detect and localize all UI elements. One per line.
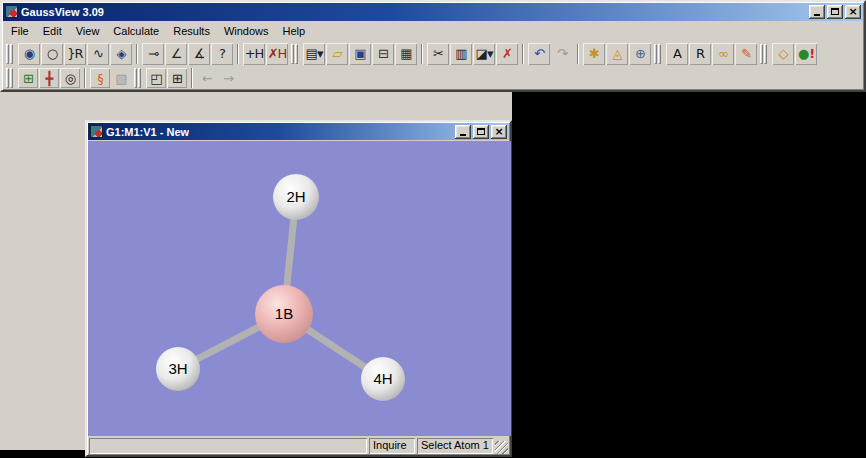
child-maximize-button[interactable] <box>473 125 489 139</box>
highlight-pen-button[interactable]: ✎ <box>735 43 757 65</box>
ring-fragment-button[interactable]: ○ <box>41 43 63 65</box>
toolbar-grip[interactable] <box>134 68 143 88</box>
menu-help[interactable]: Help <box>276 22 313 40</box>
symmetrize-button[interactable]: ◬ <box>606 43 628 65</box>
cut-button[interactable]: ✂ <box>427 43 449 65</box>
tile-windows-icon: ⊞ <box>172 72 182 85</box>
undo-button[interactable]: ↶ <box>528 43 550 65</box>
atom-labels-button[interactable]: A <box>666 43 688 65</box>
back-button[interactable]: ← <box>197 68 217 88</box>
redo-button[interactable]: ↷ <box>551 43 573 65</box>
vibrations-button[interactable]: § <box>90 68 110 88</box>
toolbar-grip[interactable] <box>654 44 663 64</box>
child-title-bar[interactable]: G1:M1:V1 - New × <box>88 123 509 140</box>
menu-edit[interactable]: Edit <box>36 22 69 40</box>
child-close-icon: × <box>494 126 503 137</box>
molecule-viewport[interactable]: 1B 2H 3H 4H <box>88 141 511 436</box>
grip-bar <box>10 44 13 64</box>
delete-button[interactable]: ✗ <box>496 43 518 65</box>
paste-button[interactable]: ◪▾ <box>473 43 495 65</box>
link-fragment-icon: ∿ <box>93 47 103 60</box>
main-title-bar[interactable]: GaussView 3.09 × <box>3 3 863 21</box>
menu-file[interactable]: File <box>4 22 36 40</box>
add-view-button[interactable]: ⊞ <box>18 68 38 88</box>
ring-fragment-icon: ○ <box>47 47 57 60</box>
highlight-pen-icon: ✎ <box>741 47 751 60</box>
child-window-title: G1:M1:V1 - New <box>106 126 189 138</box>
toolbar-separator <box>84 68 86 88</box>
toolbar-main: ◉○}R∿◈⊸∠∡?+H✗H▤▾▱▣⊟▦✂▥◪▾✗↶↷✱◬⊕AR∞✎◇●! <box>2 41 864 66</box>
inquire-tool-button[interactable]: ? <box>211 43 233 65</box>
desktop: GaussView 3.09 × File Edit View Calculat… <box>0 0 866 458</box>
tile-windows-button[interactable]: ⊞ <box>167 68 187 88</box>
menu-calculate[interactable]: Calculate <box>106 22 166 40</box>
rebond-button[interactable]: ⊕ <box>629 43 651 65</box>
atom-label-2H: 2H <box>286 188 305 205</box>
child-minimize-icon <box>460 134 466 136</box>
capture-icon: ▦ <box>400 47 411 60</box>
element-fragment-button[interactable]: ◉ <box>18 43 40 65</box>
clean-structure-icon: ✱ <box>589 47 599 60</box>
rebond-icon: ⊕ <box>635 47 645 60</box>
undo-icon: ↶ <box>534 47 544 60</box>
menu-results[interactable]: Results <box>166 22 217 40</box>
maximize-button[interactable] <box>827 5 843 19</box>
add-valence-tool-button[interactable]: +H <box>243 43 265 65</box>
molecule-window: G1:M1:V1 - New × <box>85 120 512 457</box>
toolbar-grip[interactable] <box>291 44 300 64</box>
cascade-windows-button[interactable]: ◰ <box>146 68 166 88</box>
spectra-button[interactable]: ▧ <box>111 68 131 88</box>
forward-button[interactable]: → <box>218 68 238 88</box>
dihedral-tool-icon: ∡ <box>194 47 205 60</box>
toolbar-grip[interactable] <box>760 44 769 64</box>
minimize-button[interactable] <box>809 5 825 19</box>
toolbar-separator <box>577 44 579 64</box>
open-file-button[interactable]: ▱ <box>326 43 348 65</box>
vibrations-icon: § <box>97 72 103 85</box>
rgroup-fragment-button[interactable]: }R <box>64 43 86 65</box>
forward-icon: → <box>223 72 233 85</box>
view-options-icon: ◎ <box>65 72 75 85</box>
toolbar-separator <box>421 44 423 64</box>
close-button[interactable]: × <box>845 5 861 19</box>
child-close-button[interactable]: × <box>491 125 507 139</box>
resize-grip[interactable] <box>495 441 508 454</box>
save-file-button[interactable]: ▣ <box>349 43 371 65</box>
results-labels-button[interactable]: R <box>689 43 711 65</box>
display-format-button[interactable]: ◇ <box>772 43 794 65</box>
grip-bar <box>138 68 141 88</box>
child-window-controls: × <box>455 125 507 139</box>
toolbar-grip[interactable] <box>6 44 15 64</box>
toolbar-separator <box>522 44 524 64</box>
toolbar-grip[interactable] <box>6 68 15 88</box>
molecule-view[interactable]: 1B 2H 3H 4H <box>88 141 511 436</box>
menu-windows[interactable]: Windows <box>217 22 276 40</box>
add-valence-tool-icon: +H <box>245 47 264 60</box>
molecule-window-icon[interactable] <box>90 125 103 138</box>
bond-tool-button[interactable]: ⊸ <box>142 43 164 65</box>
child-minimize-button[interactable] <box>455 125 471 139</box>
view-options-button[interactable]: ◎ <box>60 68 80 88</box>
run-gaussian-button[interactable]: ●! <box>795 43 817 65</box>
menu-view[interactable]: View <box>69 22 107 40</box>
copy-button[interactable]: ▥ <box>450 43 472 65</box>
main-window-title: GaussView 3.09 <box>21 6 104 18</box>
capture-button[interactable]: ▦ <box>395 43 417 65</box>
new-file-button[interactable]: ▤▾ <box>303 43 325 65</box>
link-fragment-button[interactable]: ∿ <box>87 43 109 65</box>
child-maximize-icon <box>477 128 485 135</box>
delete-atom-tool-button[interactable]: ✗H <box>266 43 288 65</box>
grip-bar <box>654 44 657 64</box>
status-message-panel <box>89 438 367 454</box>
custom-fragment-icon: ◈ <box>117 47 126 60</box>
angle-tool-button[interactable]: ∠ <box>165 43 187 65</box>
clean-structure-button[interactable]: ✱ <box>583 43 605 65</box>
custom-fragment-button[interactable]: ◈ <box>110 43 132 65</box>
dihedral-tool-button[interactable]: ∡ <box>188 43 210 65</box>
center-view-button[interactable]: ╋ <box>39 68 59 88</box>
spectra-icon: ▧ <box>115 72 126 85</box>
bond-display-button[interactable]: ∞ <box>712 43 734 65</box>
new-file-icon: ▤▾ <box>306 47 323 60</box>
print-button[interactable]: ⊟ <box>372 43 394 65</box>
gaussview-logo-icon[interactable] <box>5 5 18 18</box>
